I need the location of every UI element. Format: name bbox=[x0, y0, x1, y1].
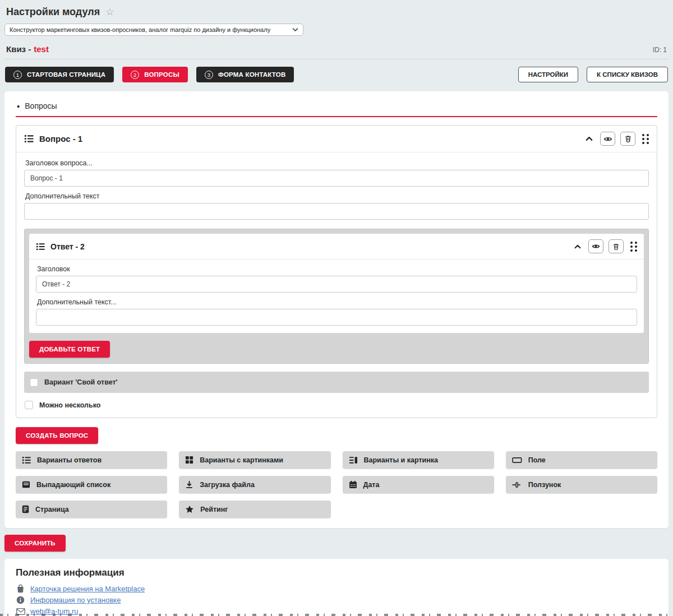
section-title: Вопросы bbox=[25, 101, 57, 110]
list-icon bbox=[24, 134, 34, 143]
delete-question-button[interactable] bbox=[620, 132, 635, 146]
tab-label: ВОПРОСЫ bbox=[144, 71, 179, 78]
add-answer-button[interactable]: ДОБАВЬТЕ ОТВЕТ bbox=[29, 341, 110, 358]
drag-handle[interactable] bbox=[642, 134, 649, 144]
field-icon bbox=[512, 456, 522, 464]
question-type-grid: Варианты ответов Варианты с картинками В… bbox=[16, 451, 657, 518]
multiple-checkbox[interactable] bbox=[25, 401, 33, 409]
tab-start-page[interactable]: 1 СТАРТОВАЯ СТРАНИЦА bbox=[5, 67, 114, 82]
questions-section-header: • Вопросы bbox=[16, 100, 657, 117]
tab-contact-form[interactable]: 3 ФОРМА КОНТАКТОВ bbox=[196, 67, 294, 82]
type-button-answer-variants[interactable]: Варианты ответов bbox=[16, 451, 167, 469]
question-title-input[interactable] bbox=[24, 170, 649, 187]
delete-answer-button[interactable] bbox=[609, 239, 624, 253]
answer-panel-header: Ответ - 2 bbox=[29, 234, 644, 260]
favorite-star-icon[interactable]: ☆ bbox=[105, 7, 114, 17]
type-button-field[interactable]: Поле bbox=[506, 451, 657, 469]
settings-button[interactable]: НАСТРОЙКИ bbox=[518, 67, 578, 82]
create-question-button[interactable]: СОЗДАТЬ ВОПРОС bbox=[16, 427, 98, 444]
trash-icon bbox=[612, 243, 620, 251]
tab-questions[interactable]: 2 ВОПРОСЫ bbox=[122, 67, 188, 82]
type-button-slider[interactable]: Ползунок bbox=[506, 476, 657, 493]
star-icon bbox=[185, 505, 194, 514]
answer-title: Ответ - 2 bbox=[50, 242, 85, 251]
quiz-list-button[interactable]: К СПИСКУ КВИЗОВ bbox=[587, 67, 668, 82]
image-grid-icon bbox=[185, 456, 193, 464]
collapse-chevron-icon[interactable] bbox=[572, 243, 583, 251]
own-answer-checkbox[interactable] bbox=[30, 378, 38, 387]
type-button-rating[interactable]: Рейтинг bbox=[179, 501, 330, 518]
quiz-label: Квиз - bbox=[6, 44, 31, 54]
answer-extra-label: Дополнительный текст... bbox=[37, 298, 636, 306]
tab-label: ФОРМА КОНТАКТОВ bbox=[218, 71, 286, 78]
preview-eye-button[interactable] bbox=[588, 239, 603, 253]
header-divider bbox=[4, 59, 669, 59]
type-button-variants-and-image[interactable]: Варианты и картинка bbox=[343, 451, 494, 469]
header-buttons: НАСТРОЙКИ К СПИСКУ КВИЗОВ bbox=[518, 67, 668, 82]
eye-icon bbox=[603, 135, 612, 143]
question-extra-input[interactable] bbox=[24, 203, 649, 220]
page-title: Настройки модуля bbox=[6, 6, 100, 18]
list-icon bbox=[36, 242, 45, 251]
type-button-page[interactable]: Страница bbox=[16, 501, 167, 518]
footer-link-row: Карточка решения на Marketplace bbox=[16, 584, 657, 593]
tab-label: СТАРТОВАЯ СТРАНИЦА bbox=[27, 71, 105, 78]
module-select-value: Конструктор маркетинговых квизов-опросни… bbox=[10, 26, 270, 33]
module-select[interactable]: Конструктор маркетинговых квизов-опросни… bbox=[4, 24, 303, 36]
type-button-date[interactable]: Дата bbox=[343, 476, 494, 493]
footer-link-row: Информация по установке bbox=[16, 596, 657, 604]
calendar-icon bbox=[349, 480, 357, 489]
eye-icon bbox=[592, 242, 600, 251]
info-icon bbox=[16, 596, 25, 604]
answer-title-input[interactable] bbox=[36, 276, 637, 293]
question-panel-header: Вопрос - 1 bbox=[16, 126, 657, 152]
trash-icon bbox=[624, 135, 632, 143]
preview-eye-button[interactable] bbox=[600, 132, 615, 146]
question-panel: Вопрос - 1 Заголовок вопроса... bbox=[16, 125, 657, 418]
question-panel-body: Заголовок вопроса... Дополнительный текс… bbox=[16, 152, 657, 418]
tab-number: 1 bbox=[13, 71, 22, 79]
quiz-name: test bbox=[34, 44, 49, 54]
answer-actions bbox=[572, 239, 637, 253]
answer-panel-body: Заголовок Дополнительный текст... bbox=[29, 265, 644, 333]
section-bullet: • bbox=[17, 102, 20, 110]
slider-icon bbox=[512, 481, 522, 489]
useful-info-title: Полезная информация bbox=[16, 567, 657, 578]
answer-panel: Ответ - 2 bbox=[29, 234, 644, 333]
type-button-dropdown-list[interactable]: Выпадающий список bbox=[16, 476, 167, 493]
list-image-icon bbox=[349, 456, 358, 465]
own-answer-option-row: Вариант 'Свой ответ' bbox=[24, 372, 649, 393]
list-icon bbox=[22, 456, 31, 465]
tab-number: 2 bbox=[131, 71, 139, 79]
file-upload-icon bbox=[185, 480, 193, 489]
tab-number: 3 bbox=[205, 71, 213, 79]
marketplace-link[interactable]: Карточка решения на Marketplace bbox=[30, 585, 145, 593]
answer-extra-input[interactable] bbox=[36, 309, 637, 326]
dropdown-list-icon bbox=[22, 480, 30, 489]
install-info-link[interactable]: Информация по установке bbox=[30, 596, 121, 604]
own-answer-label: Вариант 'Свой ответ' bbox=[44, 378, 118, 386]
question-extra-label: Дополнительный текст bbox=[25, 192, 648, 200]
step-tabs: 1 СТАРТОВАЯ СТРАНИЦА 2 ВОПРОСЫ 3 ФОРМА К… bbox=[4, 67, 669, 82]
quiz-id: ID: 1 bbox=[653, 46, 667, 54]
question-title-label: Заголовок вопроса... bbox=[25, 159, 648, 167]
question-actions bbox=[583, 132, 649, 146]
multiple-label: Можно несколько bbox=[39, 401, 100, 409]
page-icon bbox=[22, 505, 29, 513]
questions-card: • Вопросы Вопрос - 1 bbox=[4, 91, 669, 528]
answers-container: Ответ - 2 bbox=[24, 229, 649, 364]
save-button[interactable]: СОХРАНИТЬ bbox=[4, 535, 66, 552]
useful-info-card: Полезная информация Карточка решения на … bbox=[4, 559, 669, 616]
page-header: Настройки модуля ☆ bbox=[4, 0, 669, 18]
page: Настройки модуля ☆ Конструктор маркетинг… bbox=[0, 0, 673, 616]
quiz-title-row: Квиз - test ID: 1 bbox=[4, 44, 669, 54]
drag-handle[interactable] bbox=[630, 242, 637, 252]
type-button-image-variants[interactable]: Варианты с картинками bbox=[179, 451, 330, 469]
marketplace-bag-icon bbox=[16, 584, 25, 593]
question-title: Вопрос - 1 bbox=[39, 134, 82, 143]
collapse-chevron-icon[interactable] bbox=[583, 135, 595, 143]
multiple-option-row: Можно несколько bbox=[24, 401, 649, 410]
answer-title-label: Заголовок bbox=[37, 265, 636, 273]
chevron-down-icon bbox=[292, 27, 298, 32]
type-button-file-upload[interactable]: Загрузка файла bbox=[179, 476, 330, 493]
